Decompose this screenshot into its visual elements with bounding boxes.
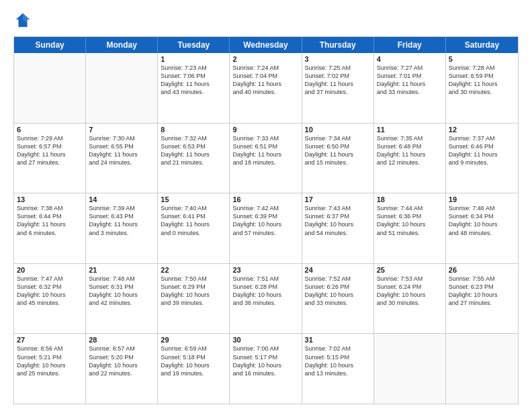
day-number: 23 bbox=[232, 266, 298, 274]
cal-cell-1-3: 1Sunrise: 7:23 AM Sunset: 7:06 PM Daylig… bbox=[158, 53, 230, 123]
day-number: 8 bbox=[161, 126, 226, 134]
logo-icon bbox=[13, 11, 32, 30]
cal-cell-2-2: 7Sunrise: 7:30 AM Sunset: 6:55 PM Daylig… bbox=[86, 124, 158, 193]
cal-cell-3-6: 18Sunrise: 7:44 AM Sunset: 6:36 PM Dayli… bbox=[374, 193, 446, 263]
cal-cell-4-5: 24Sunrise: 7:52 AM Sunset: 6:26 PM Dayli… bbox=[302, 264, 374, 334]
day-info: Sunrise: 6:59 AM Sunset: 5:18 PM Dayligh… bbox=[161, 345, 226, 377]
day-number: 28 bbox=[89, 336, 154, 344]
day-info: Sunrise: 7:44 AM Sunset: 6:36 PM Dayligh… bbox=[377, 204, 443, 237]
day-info: Sunrise: 7:43 AM Sunset: 6:37 PM Dayligh… bbox=[305, 204, 371, 237]
cal-cell-5-1: 27Sunrise: 6:56 AM Sunset: 5:21 PM Dayli… bbox=[14, 334, 86, 404]
calendar-row-3: 13Sunrise: 7:38 AM Sunset: 6:44 PM Dayli… bbox=[14, 193, 518, 263]
day-info: Sunrise: 7:53 AM Sunset: 6:24 PM Dayligh… bbox=[377, 275, 443, 308]
day-number: 18 bbox=[377, 195, 443, 203]
cal-cell-2-5: 10Sunrise: 7:34 AM Sunset: 6:50 PM Dayli… bbox=[302, 124, 374, 193]
day-number: 31 bbox=[305, 336, 371, 344]
day-number: 13 bbox=[17, 195, 83, 203]
day-number: 19 bbox=[449, 195, 515, 203]
cal-cell-2-4: 9Sunrise: 7:33 AM Sunset: 6:51 PM Daylig… bbox=[230, 124, 302, 193]
day-number: 2 bbox=[232, 55, 298, 63]
day-info: Sunrise: 7:38 AM Sunset: 6:44 PM Dayligh… bbox=[17, 204, 83, 237]
cal-cell-5-7 bbox=[446, 334, 518, 404]
day-number: 27 bbox=[17, 336, 83, 344]
header-day-monday: Monday bbox=[86, 37, 158, 53]
day-info: Sunrise: 7:47 AM Sunset: 6:32 PM Dayligh… bbox=[17, 275, 83, 308]
day-number: 4 bbox=[377, 55, 443, 63]
day-number: 15 bbox=[161, 195, 226, 203]
day-number: 26 bbox=[449, 266, 515, 274]
cal-cell-3-5: 17Sunrise: 7:43 AM Sunset: 6:37 PM Dayli… bbox=[302, 193, 374, 263]
header-day-friday: Friday bbox=[374, 37, 446, 53]
day-number: 3 bbox=[305, 55, 371, 63]
day-info: Sunrise: 7:32 AM Sunset: 6:53 PM Dayligh… bbox=[161, 134, 226, 167]
day-info: Sunrise: 7:30 AM Sunset: 6:55 PM Dayligh… bbox=[89, 134, 154, 167]
cal-cell-5-2: 28Sunrise: 6:57 AM Sunset: 5:20 PM Dayli… bbox=[86, 334, 158, 404]
day-number: 16 bbox=[232, 195, 298, 203]
cal-cell-3-3: 15Sunrise: 7:40 AM Sunset: 6:41 PM Dayli… bbox=[158, 193, 230, 263]
day-number: 17 bbox=[305, 195, 371, 203]
day-number: 20 bbox=[17, 266, 83, 274]
header-day-thursday: Thursday bbox=[302, 37, 374, 53]
cal-cell-2-7: 12Sunrise: 7:37 AM Sunset: 6:46 PM Dayli… bbox=[446, 124, 518, 193]
cal-cell-5-6 bbox=[374, 334, 446, 404]
day-number: 7 bbox=[89, 126, 154, 134]
cal-cell-5-5: 31Sunrise: 7:02 AM Sunset: 5:15 PM Dayli… bbox=[302, 334, 374, 404]
day-number: 9 bbox=[232, 126, 298, 134]
day-info: Sunrise: 7:50 AM Sunset: 6:29 PM Dayligh… bbox=[161, 275, 226, 308]
day-number: 14 bbox=[89, 195, 154, 203]
day-number: 11 bbox=[377, 126, 443, 134]
page: SundayMondayTuesdayWednesdayThursdayFrid… bbox=[0, 0, 532, 411]
day-info: Sunrise: 7:00 AM Sunset: 5:17 PM Dayligh… bbox=[232, 345, 298, 377]
header-day-saturday: Saturday bbox=[446, 37, 518, 53]
header-day-wednesday: Wednesday bbox=[230, 37, 302, 53]
calendar-row-1: 1Sunrise: 7:23 AM Sunset: 7:06 PM Daylig… bbox=[14, 53, 518, 123]
day-info: Sunrise: 6:57 AM Sunset: 5:20 PM Dayligh… bbox=[89, 345, 154, 377]
day-info: Sunrise: 7:27 AM Sunset: 7:01 PM Dayligh… bbox=[377, 64, 443, 97]
header bbox=[13, 11, 519, 30]
cal-cell-5-3: 29Sunrise: 6:59 AM Sunset: 5:18 PM Dayli… bbox=[158, 334, 230, 404]
day-info: Sunrise: 7:29 AM Sunset: 6:57 PM Dayligh… bbox=[17, 134, 83, 167]
day-number: 6 bbox=[17, 126, 83, 134]
cal-cell-4-6: 25Sunrise: 7:53 AM Sunset: 6:24 PM Dayli… bbox=[374, 264, 446, 334]
header-day-sunday: Sunday bbox=[14, 37, 86, 53]
day-info: Sunrise: 7:24 AM Sunset: 7:04 PM Dayligh… bbox=[232, 64, 298, 97]
day-info: Sunrise: 7:02 AM Sunset: 5:15 PM Dayligh… bbox=[305, 345, 371, 377]
day-number: 24 bbox=[305, 266, 371, 274]
day-number: 12 bbox=[449, 126, 515, 134]
header-day-tuesday: Tuesday bbox=[158, 37, 230, 53]
calendar-header: SundayMondayTuesdayWednesdayThursdayFrid… bbox=[14, 37, 518, 53]
day-info: Sunrise: 7:28 AM Sunset: 6:59 PM Dayligh… bbox=[449, 64, 515, 97]
cal-cell-4-2: 21Sunrise: 7:48 AM Sunset: 6:31 PM Dayli… bbox=[86, 264, 158, 334]
day-info: Sunrise: 7:52 AM Sunset: 6:26 PM Dayligh… bbox=[305, 275, 371, 308]
day-number: 5 bbox=[449, 55, 515, 63]
day-info: Sunrise: 7:35 AM Sunset: 6:48 PM Dayligh… bbox=[377, 134, 443, 167]
day-info: Sunrise: 6:56 AM Sunset: 5:21 PM Dayligh… bbox=[17, 345, 83, 377]
calendar-body: 1Sunrise: 7:23 AM Sunset: 7:06 PM Daylig… bbox=[14, 53, 518, 404]
cal-cell-3-4: 16Sunrise: 7:42 AM Sunset: 6:39 PM Dayli… bbox=[230, 193, 302, 263]
day-number: 1 bbox=[161, 55, 226, 63]
cal-cell-1-6: 4Sunrise: 7:27 AM Sunset: 7:01 PM Daylig… bbox=[374, 53, 446, 123]
cal-cell-3-1: 13Sunrise: 7:38 AM Sunset: 6:44 PM Dayli… bbox=[14, 193, 86, 263]
cal-cell-1-2 bbox=[86, 53, 158, 123]
day-info: Sunrise: 7:42 AM Sunset: 6:39 PM Dayligh… bbox=[232, 204, 298, 237]
day-info: Sunrise: 7:33 AM Sunset: 6:51 PM Dayligh… bbox=[232, 134, 298, 167]
calendar-row-5: 27Sunrise: 6:56 AM Sunset: 5:21 PM Dayli… bbox=[14, 333, 518, 404]
cal-cell-5-4: 30Sunrise: 7:00 AM Sunset: 5:17 PM Dayli… bbox=[230, 334, 302, 404]
calendar-row-4: 20Sunrise: 7:47 AM Sunset: 6:32 PM Dayli… bbox=[14, 263, 518, 334]
cal-cell-4-3: 22Sunrise: 7:50 AM Sunset: 6:29 PM Dayli… bbox=[158, 264, 230, 334]
cal-cell-4-4: 23Sunrise: 7:51 AM Sunset: 6:28 PM Dayli… bbox=[230, 264, 302, 334]
cal-cell-1-7: 5Sunrise: 7:28 AM Sunset: 6:59 PM Daylig… bbox=[446, 53, 518, 123]
cal-cell-1-1 bbox=[14, 53, 86, 123]
cal-cell-4-7: 26Sunrise: 7:55 AM Sunset: 6:23 PM Dayli… bbox=[446, 264, 518, 334]
cal-cell-3-2: 14Sunrise: 7:39 AM Sunset: 6:43 PM Dayli… bbox=[86, 193, 158, 263]
calendar: SundayMondayTuesdayWednesdayThursdayFrid… bbox=[13, 36, 519, 404]
day-info: Sunrise: 7:39 AM Sunset: 6:43 PM Dayligh… bbox=[89, 204, 154, 237]
logo bbox=[13, 11, 35, 30]
day-number: 29 bbox=[161, 336, 226, 344]
day-info: Sunrise: 7:34 AM Sunset: 6:50 PM Dayligh… bbox=[305, 134, 371, 167]
day-number: 21 bbox=[89, 266, 154, 274]
day-number: 30 bbox=[232, 336, 298, 344]
day-info: Sunrise: 7:48 AM Sunset: 6:31 PM Dayligh… bbox=[89, 275, 154, 308]
cal-cell-1-4: 2Sunrise: 7:24 AM Sunset: 7:04 PM Daylig… bbox=[230, 53, 302, 123]
day-info: Sunrise: 7:25 AM Sunset: 7:02 PM Dayligh… bbox=[305, 64, 371, 97]
